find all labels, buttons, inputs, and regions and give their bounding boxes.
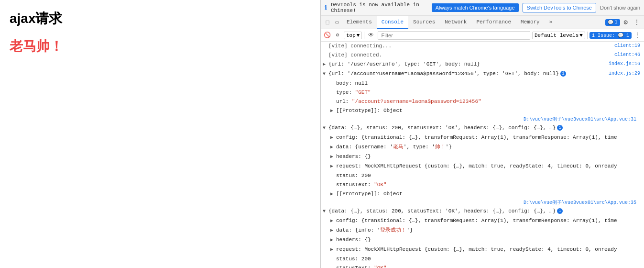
source-link[interactable]: index.js:16 xyxy=(605,60,640,68)
console-text: [vite] connected. xyxy=(328,51,611,59)
source-link[interactable]: index.js:29 xyxy=(605,70,640,78)
triangle-icon xyxy=(330,190,336,198)
tab-sources[interactable]: Sources xyxy=(408,16,440,29)
console-line[interactable]: config: {transitional: {…}, transformReq… xyxy=(321,216,644,226)
inspect-icon[interactable]: ⬚ xyxy=(323,18,332,27)
dropdown-arrow2: ▼ xyxy=(579,33,583,38)
console-text: {data: {…}, status: 200, statusText: 'OK… xyxy=(328,124,640,132)
dismiss-button[interactable]: Don't show again xyxy=(600,5,640,11)
source-link[interactable]: client:46 xyxy=(611,51,640,59)
tab-console[interactable]: Console xyxy=(377,16,408,29)
toolbar-divider xyxy=(364,32,364,39)
source-section: D:\vue\vue例子\vue3vuex01\src\App.vue:31 xyxy=(321,116,644,123)
console-line: type: "GET" xyxy=(321,88,644,97)
page-subtitle: 老马帅！ xyxy=(10,37,311,56)
more-toolbar-icon[interactable]: ⋮ xyxy=(633,31,642,40)
console-line[interactable]: [[Prototype]]: Object xyxy=(321,106,644,116)
triangle-icon xyxy=(330,153,336,161)
context-selector[interactable]: top ▼ xyxy=(344,32,362,39)
console-line: body: null xyxy=(321,79,644,88)
triangle-icon xyxy=(330,227,336,234)
console-line: [vite] connecting... client:19 xyxy=(321,42,644,51)
devtools-tabbar: ⬚ ▭ Elements Console Sources Network Per… xyxy=(321,16,644,29)
info-icon: i xyxy=(557,125,563,131)
issues-pill[interactable]: 1 Issue: 💬 1 xyxy=(589,32,632,39)
console-line: url: "/account?username=laoma$password=1… xyxy=(321,97,644,106)
context-label: top xyxy=(346,33,356,38)
console-text: {url: '/account?username=Laoma$password=… xyxy=(328,70,605,78)
console-text: headers: {} xyxy=(336,153,640,160)
tab-elements[interactable]: Elements xyxy=(342,16,377,29)
console-line[interactable]: {url: '/account?username=Laoma$password=… xyxy=(321,69,644,79)
toolbar-divider2 xyxy=(587,32,588,39)
clear-console-button[interactable]: 🚫 xyxy=(323,31,331,40)
app-vue-source-31[interactable]: D:\vue\vue例子\vue3vuex01\src\App.vue:31 xyxy=(325,116,640,123)
page-title: ajax请求 xyxy=(10,10,311,28)
console-line[interactable]: data: {username: '老马', type: '帅！'} xyxy=(321,143,644,152)
console-text: statusText: "OK" xyxy=(336,181,640,189)
console-text: config: {transitional: {…}, transformReq… xyxy=(336,217,640,224)
source-section2: D:\vue\vue例子\vue3vuex01\src\App.vue:35 xyxy=(321,199,644,207)
console-text: headers: {} xyxy=(336,236,640,244)
issues-count: 1 xyxy=(615,20,618,25)
console-line[interactable]: request: MockXMLHttpRequest {custom: {…}… xyxy=(321,245,644,255)
tab-network[interactable]: Network xyxy=(440,16,471,29)
console-line[interactable]: request: MockXMLHttpRequest {custom: {…}… xyxy=(321,162,644,171)
match-language-button[interactable]: Always match Chrome's language xyxy=(432,3,519,12)
console-line[interactable]: headers: {} xyxy=(321,152,644,162)
console-line: statusText: "OK" xyxy=(321,180,644,190)
tab-memory[interactable]: Memory xyxy=(516,16,545,29)
console-line[interactable]: [[Prototype]]: Object xyxy=(321,190,644,199)
default-levels-dropdown[interactable]: Default levels ▼ xyxy=(532,32,585,39)
console-line[interactable]: config: {transitional: {…}, transformReq… xyxy=(321,133,644,143)
console-text: config: {transitional: {…}, transformReq… xyxy=(336,134,640,141)
triangle-icon xyxy=(330,236,336,244)
issues-badge[interactable]: 💬 1 xyxy=(605,19,620,26)
app-vue-source-35[interactable]: D:\vue\vue例子\vue3vuex01\src\App.vue:35 xyxy=(325,199,640,207)
triangle-icon xyxy=(323,124,328,132)
console-text: [vite] connecting... xyxy=(328,42,611,50)
console-line[interactable]: headers: {} xyxy=(321,235,644,245)
console-text: status: 200 xyxy=(336,172,640,179)
block-icon[interactable]: ⊘ xyxy=(333,31,342,40)
triangle-icon xyxy=(330,217,336,225)
issues-pill-count: 1 xyxy=(626,33,629,38)
device-icon[interactable]: ▭ xyxy=(332,18,342,27)
tab-performance[interactable]: Performance xyxy=(471,16,516,29)
source-link[interactable]: client:19 xyxy=(611,42,640,50)
tab-more[interactable]: » xyxy=(545,16,557,29)
console-line[interactable]: data: {info: '登录成功！'} xyxy=(321,226,644,235)
console-line[interactable]: {data: {…}, status: 200, statusText: 'OK… xyxy=(321,123,644,133)
tab-icons: 💬 1 ⚙ ⋮ xyxy=(605,17,642,27)
console-text: statusText: "OK" xyxy=(336,264,640,268)
chat-icon: 💬 xyxy=(608,20,613,25)
console-text: request: MockXMLHttpRequest {custom: {…}… xyxy=(336,162,640,170)
filter-input[interactable] xyxy=(378,31,530,40)
console-line: [vite] connected. client:46 xyxy=(321,51,644,60)
issues-pill-icon: 💬 xyxy=(618,33,623,38)
dropdown-arrow: ▼ xyxy=(357,33,360,38)
console-text: [[Prototype]]: Object xyxy=(336,190,640,198)
triangle-icon xyxy=(323,70,328,78)
console-line[interactable]: {url: '/user/userinfo', type: 'GET', bod… xyxy=(321,60,644,69)
console-line: statusText: "OK" xyxy=(321,264,644,268)
console-text: data: {username: '老马', type: '帅！'} xyxy=(336,143,640,151)
more-icon[interactable]: ⋮ xyxy=(632,17,642,27)
eye-icon[interactable]: 👁 xyxy=(366,32,376,39)
page-content: ajax请求 老马帅！ xyxy=(0,0,320,268)
console-line: status: 200 xyxy=(321,171,644,180)
default-levels-label: Default levels xyxy=(535,33,579,38)
console-toolbar: 🚫 ⊘ top ▼ 👁 Default levels ▼ 1 Issue: 💬 … xyxy=(321,29,644,42)
console-text: {data: {…}, status: 200, statusText: 'OK… xyxy=(328,207,640,215)
switch-chinese-button[interactable]: Switch DevTools to Chinese xyxy=(523,3,596,12)
triangle-icon xyxy=(330,107,336,115)
console-text: status: 200 xyxy=(336,255,640,263)
console-line[interactable]: {data: {…}, status: 200, statusText: 'OK… xyxy=(321,207,644,216)
devtools-notification: ℹ DevTools is now available in Chinese! … xyxy=(321,0,644,16)
info-icon: i xyxy=(560,71,566,77)
info-icon: i xyxy=(557,208,563,214)
issues-pill-label: 1 Issue: xyxy=(592,33,615,38)
settings-icon[interactable]: ⚙ xyxy=(622,17,630,27)
console-line: status: 200 xyxy=(321,255,644,264)
info-icon: ℹ xyxy=(325,4,327,11)
